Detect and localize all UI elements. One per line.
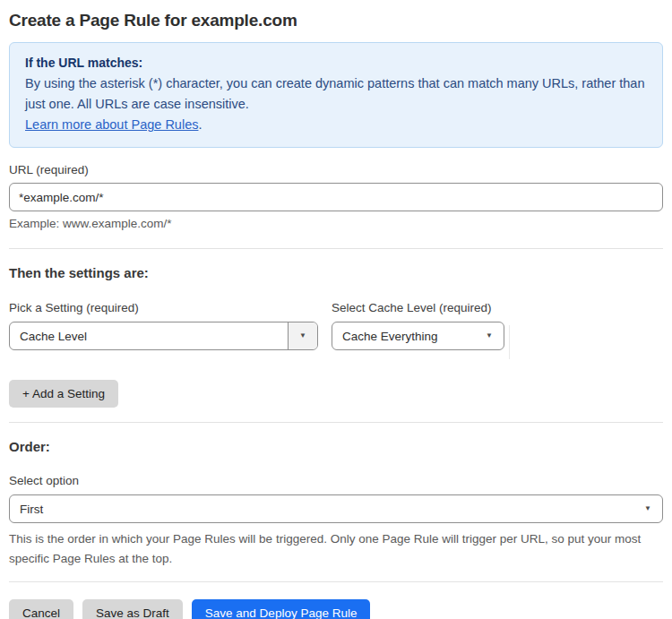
setting-picker-column: Pick a Setting (required) Cache Level ▼: [9, 301, 318, 350]
add-setting-button[interactable]: + Add a Setting: [9, 380, 118, 408]
setting-picker-arrow-segment: ▼: [288, 322, 317, 349]
order-select-label: Select option: [9, 474, 663, 487]
page-rule-form: Create a Page Rule for example.com If th…: [0, 0, 672, 619]
chevron-down-icon: ▼: [299, 332, 306, 340]
url-label: URL (required): [9, 163, 663, 176]
setting-column-divider: [509, 325, 510, 359]
order-helper-text: This is the order in which your Page Rul…: [9, 529, 663, 569]
page-title: Create a Page Rule for example.com: [9, 11, 663, 30]
section-divider-1: [9, 248, 663, 249]
save-as-draft-button[interactable]: Save as Draft: [82, 599, 183, 619]
learn-more-link[interactable]: Learn more about Page Rules: [25, 117, 198, 132]
link-period-text: .: [198, 117, 202, 132]
info-link-line: Learn more about Page Rules.: [25, 115, 647, 135]
settings-row: Pick a Setting (required) Cache Level ▼ …: [9, 301, 663, 350]
cache-level-select[interactable]: Cache Everything ▼: [332, 322, 504, 350]
setting-picker-label: Pick a Setting (required): [9, 301, 318, 314]
url-match-info-box: If the URL matches: By using the asteris…: [9, 42, 663, 148]
order-select-value: First: [10, 503, 644, 516]
cache-level-column: Select Cache Level (required) Cache Ever…: [332, 301, 504, 350]
setting-picker-value: Cache Level: [10, 330, 288, 343]
cancel-button[interactable]: Cancel: [9, 599, 73, 619]
url-helper-text: Example: www.example.com/*: [9, 217, 663, 230]
cache-level-label: Select Cache Level (required): [332, 301, 504, 314]
action-buttons-row: Cancel Save as Draft Save and Deploy Pag…: [9, 599, 663, 619]
info-box-heading: If the URL matches:: [25, 53, 647, 73]
settings-section-heading: Then the settings are:: [9, 265, 663, 280]
order-select[interactable]: First ▼: [9, 494, 663, 523]
chevron-down-icon: ▼: [486, 332, 504, 340]
url-input[interactable]: [9, 183, 663, 211]
cache-level-value: Cache Everything: [332, 330, 486, 343]
section-divider-2: [9, 422, 663, 423]
order-section-heading: Order:: [9, 439, 663, 454]
section-divider-3: [9, 581, 663, 582]
info-box-body: By using the asterisk (*) character, you…: [25, 73, 647, 115]
save-and-deploy-button[interactable]: Save and Deploy Page Rule: [192, 599, 371, 619]
setting-picker-select[interactable]: Cache Level ▼: [9, 322, 318, 350]
chevron-down-icon: ▼: [644, 505, 662, 512]
